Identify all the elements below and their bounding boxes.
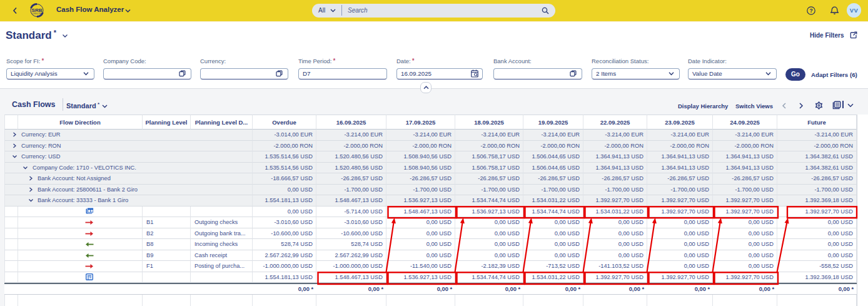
svg-text:SRB: SRB — [32, 8, 43, 13]
svg-text:?: ? — [809, 8, 812, 14]
svg-text:CONSULTING: CONSULTING — [32, 13, 43, 15]
